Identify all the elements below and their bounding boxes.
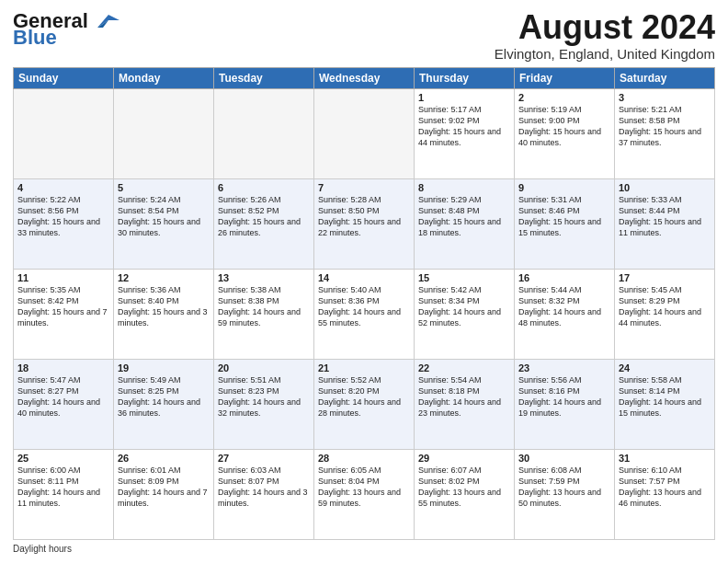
day-number: 18 [17, 362, 109, 373]
day-number: 21 [318, 362, 410, 373]
day-number: 17 [619, 272, 711, 283]
calendar-header-friday: Friday [515, 67, 615, 88]
day-number: 25 [17, 453, 109, 464]
day-info: Sunrise: 6:07 AMSunset: 8:02 PMDaylight:… [418, 465, 510, 510]
calendar-cell: 24Sunrise: 5:58 AMSunset: 8:14 PMDayligh… [615, 359, 715, 449]
calendar-header-sunday: Sunday [14, 67, 114, 88]
calendar-cell: 25Sunrise: 6:00 AMSunset: 8:11 PMDayligh… [14, 449, 114, 539]
day-number: 1 [418, 92, 510, 103]
day-number: 3 [619, 92, 711, 103]
calendar-cell: 21Sunrise: 5:52 AMSunset: 8:20 PMDayligh… [314, 359, 415, 449]
calendar-cell: 7Sunrise: 5:28 AMSunset: 8:50 PMDaylight… [314, 178, 415, 269]
calendar-cell: 15Sunrise: 5:42 AMSunset: 8:34 PMDayligh… [415, 269, 515, 359]
calendar-cell: 17Sunrise: 5:45 AMSunset: 8:29 PMDayligh… [615, 269, 715, 359]
calendar-cell [114, 88, 214, 178]
day-info: Sunrise: 6:01 AMSunset: 8:09 PMDaylight:… [118, 465, 210, 510]
calendar-cell: 6Sunrise: 5:26 AMSunset: 8:52 PMDaylight… [214, 178, 314, 269]
day-info: Sunrise: 5:49 AMSunset: 8:25 PMDaylight:… [118, 374, 210, 419]
calendar-cell: 1Sunrise: 5:17 AMSunset: 9:02 PMDaylight… [415, 88, 515, 178]
calendar-cell: 12Sunrise: 5:36 AMSunset: 8:40 PMDayligh… [114, 269, 214, 359]
day-info: Sunrise: 6:03 AMSunset: 8:07 PMDaylight:… [218, 465, 310, 510]
day-info: Sunrise: 5:29 AMSunset: 8:48 PMDaylight:… [418, 194, 510, 239]
day-number: 31 [619, 453, 711, 464]
day-number: 5 [118, 182, 210, 193]
day-number: 15 [418, 272, 510, 283]
day-number: 26 [118, 453, 210, 464]
day-info: Sunrise: 5:36 AMSunset: 8:40 PMDaylight:… [118, 284, 210, 329]
calendar-cell: 31Sunrise: 6:10 AMSunset: 7:57 PMDayligh… [615, 449, 715, 539]
calendar-week-row: 11Sunrise: 5:35 AMSunset: 8:42 PMDayligh… [14, 269, 715, 359]
title-block: August 2024 Elvington, England, United K… [495, 9, 715, 62]
calendar-cell: 8Sunrise: 5:29 AMSunset: 8:48 PMDaylight… [415, 178, 515, 269]
day-number: 4 [17, 182, 109, 193]
day-number: 20 [218, 362, 310, 373]
day-info: Sunrise: 5:31 AMSunset: 8:46 PMDaylight:… [518, 194, 610, 239]
daylight-label: Daylight hours [13, 544, 72, 554]
calendar-cell: 30Sunrise: 6:08 AMSunset: 7:59 PMDayligh… [515, 449, 615, 539]
calendar-cell: 4Sunrise: 5:22 AMSunset: 8:56 PMDaylight… [14, 178, 114, 269]
day-info: Sunrise: 6:05 AMSunset: 8:04 PMDaylight:… [318, 465, 410, 510]
day-number: 30 [518, 453, 610, 464]
calendar-header-saturday: Saturday [615, 67, 715, 88]
calendar-cell: 29Sunrise: 6:07 AMSunset: 8:02 PMDayligh… [415, 449, 515, 539]
footer: Daylight hours [13, 544, 715, 554]
day-number: 9 [518, 182, 610, 193]
day-info: Sunrise: 5:56 AMSunset: 8:16 PMDaylight:… [518, 374, 610, 419]
main-title: August 2024 [495, 9, 715, 46]
calendar-header-tuesday: Tuesday [214, 67, 314, 88]
calendar-cell: 20Sunrise: 5:51 AMSunset: 8:23 PMDayligh… [214, 359, 314, 449]
day-number: 8 [418, 182, 510, 193]
calendar-week-row: 18Sunrise: 5:47 AMSunset: 8:27 PMDayligh… [14, 359, 715, 449]
calendar-cell: 23Sunrise: 5:56 AMSunset: 8:16 PMDayligh… [515, 359, 615, 449]
calendar-cell: 11Sunrise: 5:35 AMSunset: 8:42 PMDayligh… [14, 269, 114, 359]
calendar-cell: 26Sunrise: 6:01 AMSunset: 8:09 PMDayligh… [114, 449, 214, 539]
calendar-cell [14, 88, 114, 178]
day-info: Sunrise: 5:28 AMSunset: 8:50 PMDaylight:… [318, 194, 410, 239]
logo: General Blue [13, 9, 119, 50]
day-info: Sunrise: 5:17 AMSunset: 9:02 PMDaylight:… [418, 104, 510, 149]
day-number: 28 [318, 453, 410, 464]
day-number: 13 [218, 272, 310, 283]
day-number: 22 [418, 362, 510, 373]
calendar-cell [214, 88, 314, 178]
calendar-cell: 18Sunrise: 5:47 AMSunset: 8:27 PMDayligh… [14, 359, 114, 449]
day-number: 12 [118, 272, 210, 283]
calendar-table: SundayMondayTuesdayWednesdayThursdayFrid… [13, 67, 715, 540]
calendar-week-row: 1Sunrise: 5:17 AMSunset: 9:02 PMDaylight… [14, 88, 715, 178]
day-info: Sunrise: 5:19 AMSunset: 9:00 PMDaylight:… [518, 104, 610, 149]
day-info: Sunrise: 5:51 AMSunset: 8:23 PMDaylight:… [218, 374, 310, 419]
day-number: 11 [17, 272, 109, 283]
day-number: 2 [518, 92, 610, 103]
day-number: 24 [619, 362, 711, 373]
day-info: Sunrise: 5:54 AMSunset: 8:18 PMDaylight:… [418, 374, 510, 419]
day-number: 27 [218, 453, 310, 464]
calendar-cell: 13Sunrise: 5:38 AMSunset: 8:38 PMDayligh… [214, 269, 314, 359]
day-info: Sunrise: 5:21 AMSunset: 8:58 PMDaylight:… [619, 104, 711, 149]
calendar-cell: 28Sunrise: 6:05 AMSunset: 8:04 PMDayligh… [314, 449, 415, 539]
calendar-week-row: 4Sunrise: 5:22 AMSunset: 8:56 PMDaylight… [14, 178, 715, 269]
calendar-header-wednesday: Wednesday [314, 67, 415, 88]
day-info: Sunrise: 5:45 AMSunset: 8:29 PMDaylight:… [619, 284, 711, 329]
calendar-cell: 16Sunrise: 5:44 AMSunset: 8:32 PMDayligh… [515, 269, 615, 359]
day-info: Sunrise: 5:52 AMSunset: 8:20 PMDaylight:… [318, 374, 410, 419]
calendar-week-row: 25Sunrise: 6:00 AMSunset: 8:11 PMDayligh… [14, 449, 715, 539]
day-info: Sunrise: 5:26 AMSunset: 8:52 PMDaylight:… [218, 194, 310, 239]
day-info: Sunrise: 5:24 AMSunset: 8:54 PMDaylight:… [118, 194, 210, 239]
calendar-cell: 10Sunrise: 5:33 AMSunset: 8:44 PMDayligh… [615, 178, 715, 269]
day-info: Sunrise: 5:58 AMSunset: 8:14 PMDaylight:… [619, 374, 711, 419]
logo-blue: Blue [13, 26, 57, 50]
calendar-cell: 27Sunrise: 6:03 AMSunset: 8:07 PMDayligh… [214, 449, 314, 539]
day-number: 29 [418, 453, 510, 464]
calendar-cell: 22Sunrise: 5:54 AMSunset: 8:18 PMDayligh… [415, 359, 515, 449]
calendar-header-monday: Monday [114, 67, 214, 88]
subtitle: Elvington, England, United Kingdom [495, 46, 715, 62]
day-info: Sunrise: 5:44 AMSunset: 8:32 PMDaylight:… [518, 284, 610, 329]
day-info: Sunrise: 6:10 AMSunset: 7:57 PMDaylight:… [619, 465, 711, 510]
day-number: 16 [518, 272, 610, 283]
day-info: Sunrise: 5:42 AMSunset: 8:34 PMDaylight:… [418, 284, 510, 329]
day-info: Sunrise: 6:08 AMSunset: 7:59 PMDaylight:… [518, 465, 610, 510]
day-number: 19 [118, 362, 210, 373]
day-info: Sunrise: 5:33 AMSunset: 8:44 PMDaylight:… [619, 194, 711, 239]
day-info: Sunrise: 5:22 AMSunset: 8:56 PMDaylight:… [17, 194, 109, 239]
calendar-cell: 3Sunrise: 5:21 AMSunset: 8:58 PMDaylight… [615, 88, 715, 178]
